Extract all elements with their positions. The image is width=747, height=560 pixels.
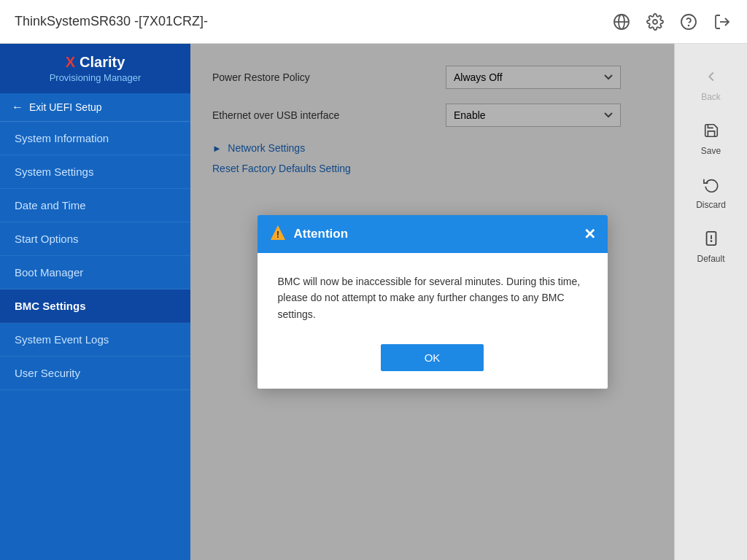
modal-message: BMC will now be inaccessible for several…: [278, 276, 581, 320]
help-icon[interactable]: [678, 12, 699, 32]
logo: X Clarity: [66, 54, 125, 71]
sidebar-item-system-event-logs[interactable]: System Event Logs: [0, 323, 190, 357]
sidebar-item-start-options[interactable]: Start Options: [0, 222, 190, 256]
back-label: Back: [701, 92, 721, 102]
sidebar-logo: X Clarity Provisioning Manager: [0, 44, 190, 93]
sidebar: X Clarity Provisioning Manager ← Exit UE…: [0, 44, 190, 560]
exit-uefi-button[interactable]: ← Exit UEFI Setup: [0, 93, 190, 122]
header: ThinkSystemSR630 -[7X01CRZ]-: [0, 0, 747, 44]
warning-icon: !: [269, 224, 287, 244]
exit-uefi-label: Exit UEFI Setup: [29, 101, 102, 113]
modal-body: BMC will now be inaccessible for several…: [258, 253, 608, 337]
default-label: Default: [697, 254, 724, 264]
logo-subtitle: Provisioning Manager: [50, 72, 142, 83]
header-icons: [611, 12, 732, 32]
right-panel: Back Save Discard: [674, 44, 747, 560]
attention-modal: ! Attention ✕ BMC will now be inaccessib…: [258, 215, 608, 389]
modal-ok-button[interactable]: OK: [381, 344, 484, 371]
sidebar-item-system-settings[interactable]: System Settings: [0, 155, 190, 189]
default-action[interactable]: Default: [675, 220, 747, 274]
back-arrow-icon: ←: [12, 101, 23, 114]
sidebar-item-boot-manager[interactable]: Boot Manager: [0, 256, 190, 289]
logo-clarity: Clarity: [80, 54, 125, 71]
modal-title: Attention: [294, 227, 576, 241]
modal-header: ! Attention ✕: [258, 215, 608, 253]
discard-icon: [703, 176, 719, 197]
save-icon: [703, 122, 719, 143]
discard-label: Discard: [696, 200, 726, 210]
sidebar-item-bmc-settings[interactable]: BMC Settings: [0, 289, 190, 323]
gear-icon[interactable]: [645, 12, 665, 32]
svg-text:!: !: [276, 229, 279, 240]
back-icon: [703, 69, 719, 89]
save-action[interactable]: Save: [675, 112, 747, 166]
sidebar-item-system-information[interactable]: System Information: [0, 122, 190, 155]
discard-action[interactable]: Discard: [675, 166, 747, 220]
header-title: ThinkSystemSR630 -[7X01CRZ]-: [15, 14, 611, 29]
logout-icon[interactable]: [712, 12, 732, 32]
globe-icon[interactable]: [611, 12, 632, 32]
main-layout: X Clarity Provisioning Manager ← Exit UE…: [0, 44, 747, 560]
modal-overlay: ! Attention ✕ BMC will now be inaccessib…: [190, 44, 674, 560]
modal-close-button[interactable]: ✕: [584, 225, 596, 243]
svg-point-4: [681, 15, 696, 29]
content-area: Power Restore Policy Always Off Always O…: [190, 44, 674, 560]
logo-x: X: [66, 54, 75, 71]
save-label: Save: [701, 146, 721, 156]
back-action[interactable]: Back: [675, 58, 747, 112]
default-icon: [703, 230, 719, 251]
sidebar-item-user-security[interactable]: User Security: [0, 357, 190, 390]
modal-footer: OK: [258, 337, 608, 389]
svg-point-3: [653, 20, 657, 24]
sidebar-item-date-and-time[interactable]: Date and Time: [0, 189, 190, 222]
